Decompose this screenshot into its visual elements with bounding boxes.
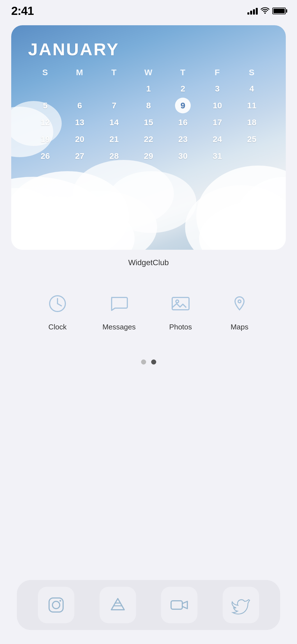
status-bar: 2:41 (0, 0, 297, 17)
cal-day-26: 26 (28, 150, 63, 162)
cal-day-15: 15 (131, 116, 166, 129)
cal-day-24: 24 (200, 133, 235, 146)
cal-day-empty (234, 150, 269, 162)
cal-day-19: 19 (28, 133, 63, 146)
dock-appstore[interactable] (100, 587, 136, 623)
cal-day-25: 25 (234, 133, 269, 146)
svg-rect-16 (172, 297, 189, 310)
main-content: JANUARY S M T W T F S 1 2 (0, 17, 297, 337)
cal-day-27: 27 (63, 150, 97, 162)
weekday-mon: M (63, 68, 97, 77)
clock-icon[interactable] (43, 290, 72, 318)
cal-day-4: 4 (234, 82, 269, 95)
maps-label: Maps (231, 323, 248, 331)
maps-icon[interactable] (225, 290, 254, 318)
dock-container (17, 580, 280, 630)
messages-icon[interactable] (105, 290, 133, 318)
calendar-header: S M T W T F S (28, 68, 269, 77)
calendar-week-1: 1 2 3 4 (28, 82, 269, 95)
svg-point-18 (238, 300, 241, 303)
cal-day-empty (28, 82, 63, 95)
app-item-maps[interactable]: Maps (225, 290, 254, 331)
page-dot-2 (151, 359, 156, 365)
page-dots (0, 359, 297, 365)
svg-line-15 (57, 304, 61, 306)
cal-day-14: 14 (97, 116, 131, 129)
app-item-messages[interactable]: Messages (102, 290, 136, 331)
cal-day-7: 7 (97, 99, 131, 112)
dock-twitter[interactable] (223, 587, 259, 623)
svg-rect-22 (171, 601, 182, 609)
svg-point-20 (52, 601, 60, 609)
cal-day-6: 6 (63, 99, 97, 112)
clock-label: Clock (49, 323, 67, 331)
cal-day-18: 18 (234, 116, 269, 129)
cal-day-1: 1 (131, 82, 166, 95)
weekday-wed: W (131, 68, 166, 77)
calendar-week-5: 26 27 28 29 30 31 (28, 150, 269, 162)
weekday-tue: T (97, 68, 131, 77)
calendar-widget[interactable]: JANUARY S M T W T F S 1 2 (11, 25, 286, 250)
calendar-week-4: 19 20 21 22 23 24 25 (28, 133, 269, 146)
svg-point-21 (59, 600, 61, 602)
cal-day-28: 28 (97, 150, 131, 162)
status-time: 2:41 (11, 4, 34, 18)
app-item-photos[interactable]: Photos (167, 290, 195, 331)
weekday-thu: T (166, 68, 200, 77)
cal-day-29: 29 (131, 150, 166, 162)
cal-day-13: 13 (63, 116, 97, 129)
calendar-month: JANUARY (28, 39, 269, 59)
cal-day-12: 12 (28, 116, 63, 129)
dock-facetime[interactable] (161, 587, 197, 623)
cal-day-10: 10 (200, 99, 235, 112)
page-dot-1 (141, 359, 146, 365)
cal-day-11: 11 (234, 99, 269, 112)
calendar-week-3: 12 13 14 15 16 17 18 (28, 116, 269, 129)
calendar-week-2: 5 6 7 8 9 10 11 (28, 99, 269, 112)
photos-icon[interactable] (167, 290, 195, 318)
calendar-content: JANUARY S M T W T F S 1 2 (11, 25, 286, 178)
cal-day-3: 3 (200, 82, 235, 95)
calendar-grid: S M T W T F S 1 2 3 4 (28, 68, 269, 162)
photos-label: Photos (169, 323, 192, 331)
cal-day-31: 31 (200, 150, 235, 162)
cal-day-16: 16 (166, 116, 200, 129)
cal-day-23: 23 (166, 133, 200, 146)
cal-day-8: 8 (131, 99, 166, 112)
battery-icon (272, 8, 286, 14)
cal-day-22: 22 (131, 133, 166, 146)
dock-instagram[interactable] (38, 587, 74, 623)
weekday-fri: F (200, 68, 235, 77)
widget-label: WidgetClub (11, 258, 286, 267)
cal-day-9-today: 9 (166, 99, 200, 112)
wifi-icon (261, 7, 270, 15)
app-icons-row: Clock Messages Photos (11, 284, 286, 337)
cal-day-2: 2 (166, 82, 200, 95)
cal-day-empty (97, 82, 131, 95)
svg-rect-19 (49, 598, 63, 612)
weekday-sat: S (234, 68, 269, 77)
messages-label: Messages (102, 323, 136, 331)
cal-day-5: 5 (28, 99, 63, 112)
cal-day-30: 30 (166, 150, 200, 162)
cal-day-21: 21 (97, 133, 131, 146)
dock (0, 572, 297, 644)
status-icons (247, 7, 286, 15)
svg-point-12 (107, 171, 196, 233)
weekday-sun: S (28, 68, 63, 77)
app-item-clock[interactable]: Clock (43, 290, 72, 331)
cal-day-20: 20 (63, 133, 97, 146)
cal-day-empty (63, 82, 97, 95)
svg-point-17 (176, 300, 179, 303)
cal-day-17: 17 (200, 116, 235, 129)
signal-icon (247, 7, 258, 15)
